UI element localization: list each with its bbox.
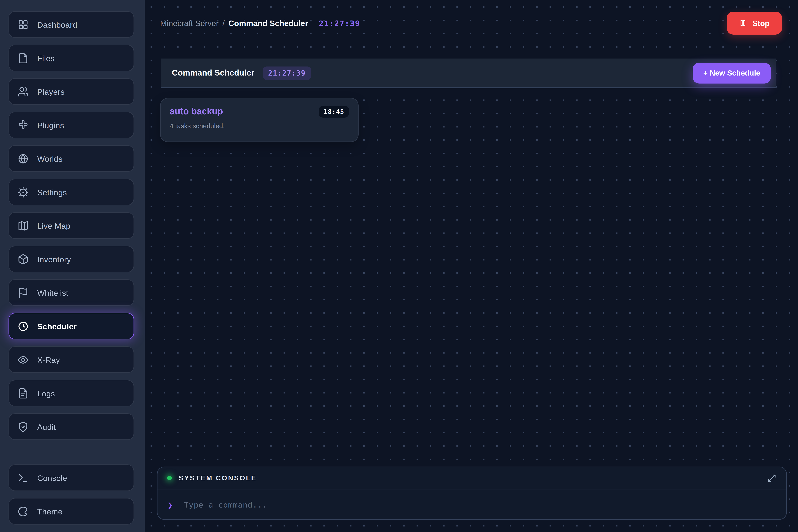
expand-diagonal-icon[interactable]	[767, 473, 777, 483]
sidebar-item-inventory[interactable]: Inventory	[8, 246, 134, 272]
stop-button-label: Stop	[753, 19, 770, 27]
sidebar-item-dashboard[interactable]: Dashboard	[8, 11, 134, 38]
panel-title: Command Scheduler	[172, 68, 254, 78]
sidebar-item-label: Settings	[37, 188, 67, 197]
sidebar-item-audit[interactable]: Audit	[8, 413, 134, 440]
sidebar-item-label: Console	[37, 473, 67, 482]
flag-icon	[18, 287, 29, 298]
sidebar-item-label: Files	[37, 54, 55, 63]
schedule-name: auto backup	[170, 107, 223, 117]
stop-server-button[interactable]: Stop	[727, 12, 782, 35]
sidebar-item-whitelist[interactable]: Whitelist	[8, 279, 134, 306]
breadcrumb-separator: /	[222, 19, 225, 28]
sidebar-item-label: Theme	[37, 507, 63, 516]
panel-clock-badge: 21:27:39	[263, 66, 311, 80]
file-text-icon	[18, 388, 29, 399]
palette-icon	[18, 506, 29, 517]
command-scheduler-panel-header: Command Scheduler 21:27:39 + New Schedul…	[161, 58, 776, 88]
eye-icon	[18, 354, 29, 365]
sidebar-item-label: Whitelist	[37, 288, 68, 297]
schedule-description: 4 tasks scheduled.	[170, 122, 349, 130]
sidebar-item-xray[interactable]: X-Ray	[8, 346, 134, 373]
sidebar-item-label: Worlds	[37, 154, 63, 163]
sidebar-item-console[interactable]: Console	[8, 464, 134, 491]
sidebar-item-label: Players	[37, 87, 64, 96]
globe-icon	[18, 153, 29, 164]
map-icon	[18, 220, 29, 231]
system-console-panel: SYSTEM CONSOLE ❯	[157, 467, 787, 520]
breadcrumb-current: Command Scheduler	[228, 19, 308, 28]
schedule-card[interactable]: auto backup 18:45 4 tasks scheduled.	[160, 98, 359, 142]
server-clock: 21:27:39	[319, 19, 360, 27]
sidebar-item-plugins[interactable]: Plugins	[8, 112, 134, 138]
console-prompt: ❯	[168, 500, 173, 510]
dashboard-grid-icon	[18, 19, 29, 30]
sidebar-item-players[interactable]: Players	[8, 78, 134, 105]
top-bar: Minecraft Server / Command Scheduler 21:…	[160, 12, 782, 35]
sidebar-item-label: Inventory	[37, 255, 71, 264]
new-schedule-button[interactable]: + New Schedule	[693, 63, 771, 83]
console-command-input[interactable]	[183, 500, 776, 510]
sidebar-item-live-map[interactable]: Live Map	[8, 212, 134, 239]
breadcrumb-root[interactable]: Minecraft Server	[160, 19, 218, 28]
sidebar-item-logs[interactable]: Logs	[8, 380, 134, 406]
sidebar-item-label: Logs	[37, 389, 55, 398]
online-status-dot	[167, 476, 172, 480]
shield-check-icon	[18, 421, 29, 432]
sidebar-item-files[interactable]: Files	[8, 45, 134, 71]
schedule-card-header: auto backup 18:45	[170, 106, 349, 118]
console-title: SYSTEM CONSOLE	[179, 474, 257, 482]
sidebar-item-theme[interactable]: Theme	[8, 498, 134, 525]
users-icon	[18, 86, 29, 97]
sidebar-item-label: X-Ray	[37, 355, 60, 364]
new-schedule-button-label: + New Schedule	[703, 69, 760, 77]
sidebar-item-label: Plugins	[37, 120, 64, 130]
terminal-icon	[18, 472, 29, 483]
console-header: SYSTEM CONSOLE	[157, 467, 786, 490]
clock-icon	[18, 321, 29, 332]
pause-icon	[739, 19, 747, 28]
sidebar-item-label: Live Map	[37, 221, 70, 230]
sidebar: Dashboard Files Players Plugins Worlds	[0, 0, 145, 532]
box-icon	[18, 253, 29, 265]
plugin-cross-icon	[18, 119, 29, 131]
sidebar-item-settings[interactable]: Settings	[8, 179, 134, 205]
sidebar-item-label: Audit	[37, 422, 56, 431]
console-input-row: ❯	[157, 490, 786, 520]
schedule-time-badge: 18:45	[319, 106, 349, 118]
app-root: Dashboard Files Players Plugins Worlds	[0, 0, 798, 532]
sidebar-item-worlds[interactable]: Worlds	[8, 145, 134, 172]
sidebar-spacer	[8, 447, 134, 457]
main-area: Minecraft Server / Command Scheduler 21:…	[145, 0, 798, 532]
gear-icon	[18, 187, 29, 198]
sidebar-item-label: Dashboard	[37, 20, 77, 29]
sidebar-item-label: Scheduler	[37, 322, 77, 331]
file-icon	[18, 53, 29, 64]
sidebar-item-scheduler[interactable]: Scheduler	[8, 313, 134, 339]
